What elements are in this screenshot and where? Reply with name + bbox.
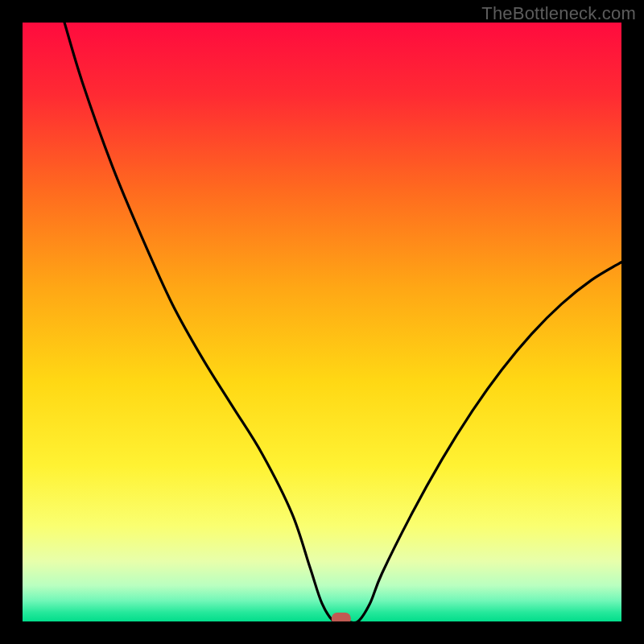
plot-svg bbox=[23, 23, 621, 621]
optimum-marker bbox=[332, 613, 351, 621]
background-gradient bbox=[23, 23, 621, 621]
plot-area bbox=[23, 23, 621, 621]
watermark-text: TheBottleneck.com bbox=[481, 3, 636, 24]
chart-frame: TheBottleneck.com bbox=[0, 0, 644, 644]
